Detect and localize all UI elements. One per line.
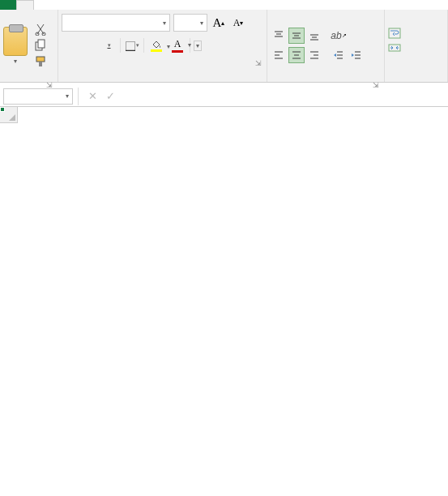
increase-indent-button[interactable] bbox=[348, 47, 365, 63]
chevron-down-icon: ▾ bbox=[200, 19, 203, 27]
font-color-swatch bbox=[172, 50, 183, 53]
align-top-button[interactable] bbox=[271, 28, 287, 44]
tab-home[interactable] bbox=[16, 0, 34, 10]
svg-rect-5 bbox=[39, 62, 42, 66]
font-size-select[interactable]: ▾ bbox=[173, 14, 207, 32]
border-icon bbox=[126, 41, 135, 51]
increase-font-size-button[interactable]: A▴ bbox=[211, 15, 227, 31]
paste-button[interactable]: ▾ bbox=[3, 25, 28, 65]
font-launcher-icon[interactable]: ⇲ bbox=[255, 59, 262, 67]
fill-handle[interactable] bbox=[0, 107, 5, 112]
cancel-formula-button[interactable]: ✕ bbox=[83, 90, 101, 102]
group-wrap bbox=[385, 10, 448, 82]
tab-file[interactable] bbox=[0, 0, 16, 10]
phonetic-guide-button[interactable]: ▾ bbox=[194, 41, 202, 51]
bold-button[interactable] bbox=[62, 37, 78, 53]
copy-icon[interactable] bbox=[34, 39, 47, 52]
tab-pdf-tools[interactable] bbox=[131, 0, 147, 10]
group-clipboard: ▾ ⇲ bbox=[0, 10, 58, 82]
group-alignment: ab↗ ⇲ bbox=[267, 10, 385, 82]
tab-data[interactable] bbox=[83, 0, 99, 10]
chevron-down-icon: ▾ bbox=[66, 92, 69, 100]
fill-color-button[interactable]: ▾ bbox=[147, 40, 165, 52]
font-color-button[interactable]: A ▾ bbox=[169, 38, 186, 53]
formula-bar: ▾ ✕ ✓ bbox=[0, 86, 448, 107]
ribbon: ▾ ⇲ ▾ ▾ A▴ A▾ bbox=[0, 10, 448, 83]
group-font: ▾ ▾ A▴ A▾ ▾ A bbox=[58, 10, 267, 82]
cut-icon[interactable] bbox=[34, 23, 47, 36]
tab-page-layout[interactable] bbox=[50, 0, 66, 10]
clipboard-group-label: ⇲ bbox=[3, 79, 54, 82]
italic-button[interactable] bbox=[81, 37, 97, 53]
align-left-button[interactable] bbox=[271, 47, 287, 63]
alignment-group-label: ⇲ bbox=[271, 79, 381, 82]
decrease-indent-button[interactable] bbox=[331, 47, 347, 63]
tab-review[interactable] bbox=[99, 0, 115, 10]
clipboard-icon bbox=[3, 27, 28, 56]
align-center-button[interactable] bbox=[288, 47, 305, 63]
clipboard-launcher-icon[interactable]: ⇲ bbox=[46, 81, 53, 89]
name-box[interactable]: ▾ bbox=[3, 88, 73, 105]
svg-rect-4 bbox=[36, 57, 45, 62]
borders-button[interactable] bbox=[124, 37, 140, 53]
font-group-label: ⇲ bbox=[62, 57, 263, 60]
formula-input[interactable] bbox=[137, 88, 448, 105]
chevron-down-icon: ▾ bbox=[196, 42, 199, 49]
chevron-down-icon: ▾ bbox=[188, 41, 191, 49]
align-middle-button[interactable] bbox=[288, 28, 305, 44]
merge-center-button[interactable] bbox=[388, 42, 444, 53]
tab-insert[interactable] bbox=[34, 0, 50, 10]
enter-formula-button[interactable]: ✓ bbox=[101, 90, 119, 102]
tab-view[interactable] bbox=[115, 0, 131, 10]
svg-rect-6 bbox=[126, 42, 134, 51]
svg-rect-3 bbox=[38, 40, 45, 48]
decrease-font-size-button[interactable]: A▾ bbox=[230, 15, 246, 31]
bucket-icon bbox=[151, 40, 162, 49]
fill-color-swatch bbox=[151, 49, 162, 52]
font-family-select[interactable]: ▾ bbox=[62, 14, 170, 32]
align-bottom-button[interactable] bbox=[306, 28, 322, 44]
chevron-down-icon: ▾ bbox=[163, 19, 166, 27]
tab-formulas[interactable] bbox=[66, 0, 83, 10]
underline-button[interactable] bbox=[100, 37, 117, 53]
chevron-down-icon: ▾ bbox=[14, 58, 17, 65]
orientation-button[interactable]: ab↗ bbox=[331, 28, 347, 44]
align-right-button[interactable] bbox=[306, 47, 322, 63]
font-color-a-icon: A bbox=[174, 38, 181, 50]
merge-icon bbox=[388, 42, 401, 53]
format-painter-icon[interactable] bbox=[34, 55, 47, 68]
wrap-text-button[interactable] bbox=[388, 28, 444, 39]
wrap-text-icon bbox=[388, 28, 401, 39]
alignment-launcher-icon[interactable]: ⇲ bbox=[373, 81, 379, 89]
